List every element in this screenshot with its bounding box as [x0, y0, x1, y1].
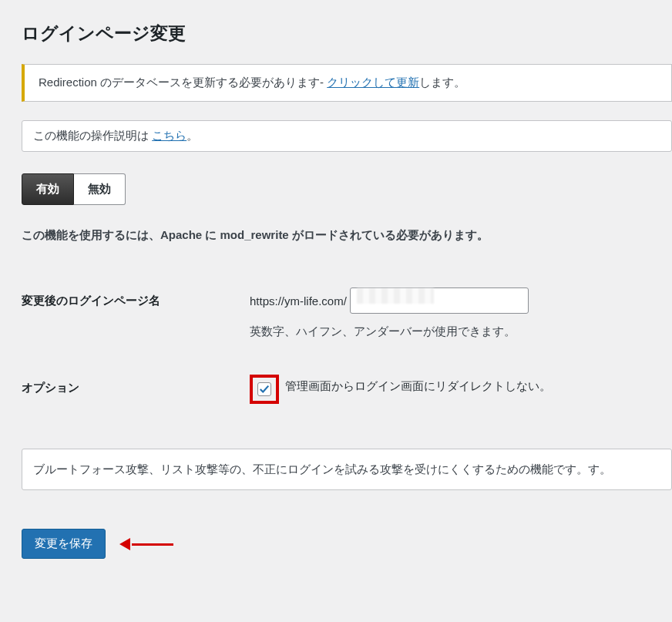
help-box: この機能の操作説明は こちら。 [22, 120, 672, 152]
notice-update-link[interactable]: クリックして更新 [327, 76, 419, 89]
notice-text-before: Redirection のデータベースを更新する必要があります- [39, 76, 327, 89]
enable-toggle-group: 有効 無効 [22, 173, 672, 205]
option-label: オプション [22, 375, 250, 395]
check-icon [259, 384, 270, 395]
toggle-enabled-button[interactable]: 有効 [22, 173, 74, 205]
login-page-hint: 英数字、ハイフン、アンダーバーが使用できます。 [250, 324, 672, 339]
requirement-text: この機能を使用するには、Apache に mod_rewrite がロードされて… [22, 228, 672, 243]
redirection-notice: Redirection のデータベースを更新する必要があります- クリックして更… [22, 64, 672, 102]
option-row: オプション 管理画面からログイン画面にリダイレクトしない。 [22, 375, 672, 404]
help-text-before: この機能の操作説明は [33, 129, 152, 142]
login-page-row: 変更後のログインページ名 https://ym-life.com/ 英数字、ハイ… [22, 287, 672, 339]
submit-row: 変更を保存 [22, 529, 672, 559]
checkbox-label: 管理画面からログイン画面にリダイレクトしない。 [285, 375, 551, 394]
checkbox-highlight [250, 375, 279, 404]
feature-description: ブルートフォース攻撃、リスト攻撃等の、不正にログインを試みる攻撃を受けにくくする… [22, 449, 672, 490]
notice-text-after: します。 [419, 76, 465, 89]
help-text-after: 。 [186, 129, 198, 142]
help-link[interactable]: こちら [152, 129, 186, 142]
login-page-label: 変更後のログインページ名 [22, 287, 250, 308]
toggle-disabled-button[interactable]: 無効 [74, 173, 126, 205]
url-prefix: https://ym-life.com/ [250, 294, 347, 308]
arrow-icon [119, 537, 173, 551]
no-redirect-checkbox[interactable] [257, 382, 271, 396]
save-button[interactable]: 変更を保存 [22, 529, 106, 559]
page-title: ログインページ変更 [22, 22, 672, 45]
pixelated-value [357, 288, 434, 304]
login-page-input[interactable] [350, 287, 529, 314]
